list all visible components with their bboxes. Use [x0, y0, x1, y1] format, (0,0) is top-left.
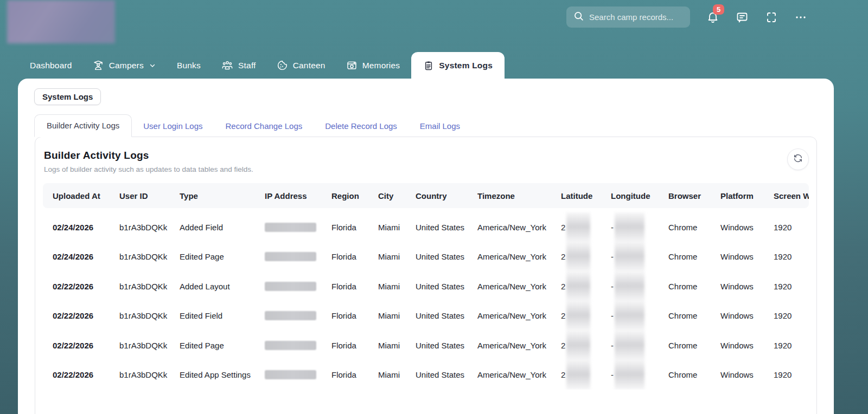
cell-platform: Windows	[711, 282, 764, 291]
table-row: 02/22/2026 b1rA3bDQKk Added Layout Flori…	[43, 271, 809, 301]
redacted-latitude	[566, 271, 590, 301]
people-group-icon	[221, 60, 233, 72]
redacted-longitude	[615, 271, 644, 301]
cell-region: Florida	[322, 370, 368, 379]
cell-platform: Windows	[711, 311, 764, 320]
cell-longitude: -	[601, 282, 659, 291]
cell-platform: Windows	[711, 341, 764, 350]
messages-icon[interactable]	[736, 11, 749, 24]
cell-latitude: 2	[551, 311, 601, 320]
redacted-longitude	[615, 212, 644, 242]
more-options-icon[interactable]	[794, 11, 807, 24]
tab-email-logs[interactable]: Email Logs	[409, 115, 471, 137]
cell-type: Edited Page	[170, 252, 255, 261]
cell-latitude: 2	[551, 223, 601, 232]
redacted-latitude	[566, 331, 590, 360]
nav-staff-label: Staff	[238, 61, 256, 70]
search-icon	[573, 10, 584, 24]
nav-system-logs[interactable]: System Logs	[411, 52, 505, 79]
col-longitude: Longitude	[601, 191, 659, 200]
redacted-longitude	[615, 242, 644, 271]
tab-builder-activity-logs[interactable]: Builder Activity Logs	[34, 114, 132, 137]
cell-region: Florida	[322, 282, 368, 291]
page-title-chip[interactable]: System Logs	[34, 88, 101, 105]
notifications-button[interactable]: 5	[706, 11, 719, 24]
nav-canteen-label: Canteen	[293, 61, 326, 70]
nav-campers[interactable]: Campers	[82, 52, 167, 79]
cell-type: Added Layout	[170, 282, 255, 291]
tab-record-change-logs[interactable]: Record Change Logs	[214, 115, 314, 137]
cell-type: Edited Field	[170, 311, 255, 320]
top-bar: 5	[0, 0, 868, 35]
redacted-ip	[265, 223, 316, 232]
cell-ip-address	[255, 223, 322, 232]
col-screen-width: Screen W	[764, 191, 809, 200]
tab-user-login-logs[interactable]: User Login Logs	[132, 115, 214, 137]
card-header: Builder Activity Logs Logs of builder ac…	[35, 137, 816, 183]
camper-student-icon	[93, 60, 104, 71]
fullscreen-icon[interactable]	[765, 11, 778, 24]
cell-region: Florida	[322, 341, 368, 350]
search-bar[interactable]	[566, 7, 690, 28]
redacted-latitude	[566, 360, 590, 390]
cell-region: Florida	[322, 223, 368, 232]
cell-longitude: -	[601, 223, 659, 232]
card-title: Builder Activity Logs	[44, 150, 802, 161]
nav-memories[interactable]: Memories	[336, 52, 411, 79]
cell-latitude: 2	[551, 282, 601, 291]
cell-latitude: 2	[551, 370, 601, 379]
cell-user-id: b1rA3bDQKk	[110, 223, 170, 232]
redacted-longitude	[615, 301, 644, 331]
cell-uploaded-at: 02/22/2026	[43, 341, 110, 350]
latitude-prefix: 2	[561, 223, 565, 232]
notification-badge: 5	[713, 4, 724, 15]
nav-campers-label: Campers	[109, 61, 144, 70]
longitude-prefix: -	[611, 370, 614, 379]
redacted-latitude	[566, 301, 590, 331]
cell-timezone: America/New_York	[468, 370, 551, 379]
longitude-prefix: -	[611, 252, 614, 261]
app-logo[interactable]	[7, 0, 115, 43]
cell-city: Miami	[368, 223, 406, 232]
main-nav: Dashboard Campers Bunks Staff Canteen Me…	[30, 52, 868, 79]
chevron-down-icon	[149, 62, 156, 69]
table-header-row: Uploaded At User ID Type IP Address Regi…	[43, 183, 809, 208]
longitude-prefix: -	[611, 223, 614, 232]
latitude-prefix: 2	[561, 282, 565, 291]
table-row: 02/24/2026 b1rA3bDQKk Added Field Florid…	[43, 212, 809, 242]
latitude-prefix: 2	[561, 311, 565, 320]
longitude-prefix: -	[611, 311, 614, 320]
cell-timezone: America/New_York	[468, 282, 551, 291]
cell-country: United States	[406, 252, 468, 261]
col-region: Region	[322, 191, 368, 200]
cell-type: Added Field	[170, 223, 255, 232]
cell-uploaded-at: 02/24/2026	[43, 223, 110, 232]
redacted-longitude	[615, 331, 644, 360]
cell-city: Miami	[368, 341, 406, 350]
nav-staff[interactable]: Staff	[211, 52, 266, 79]
cell-timezone: America/New_York	[468, 252, 551, 261]
col-platform: Platform	[711, 191, 764, 200]
nav-bunks[interactable]: Bunks	[167, 52, 211, 79]
cell-ip-address	[255, 341, 322, 350]
latitude-prefix: 2	[561, 370, 565, 379]
cell-ip-address	[255, 252, 322, 261]
cell-longitude: -	[601, 252, 659, 261]
cell-browser: Chrome	[659, 252, 711, 261]
refresh-button[interactable]	[787, 148, 809, 170]
nav-canteen[interactable]: Canteen	[266, 52, 336, 79]
cell-screen-width: 1920	[764, 341, 809, 350]
col-timezone: Timezone	[468, 191, 551, 200]
redacted-ip	[265, 282, 316, 291]
cell-uploaded-at: 02/22/2026	[43, 311, 110, 320]
nav-dashboard[interactable]: Dashboard	[30, 52, 82, 79]
col-uploaded-at: Uploaded At	[43, 191, 110, 200]
cell-user-id: b1rA3bDQKk	[110, 370, 170, 379]
latitude-prefix: 2	[561, 341, 565, 350]
tab-delete-record-logs[interactable]: Delete Record Logs	[314, 115, 409, 137]
cell-type: Edited App Settings	[170, 370, 255, 379]
search-input[interactable]	[589, 12, 684, 22]
cell-browser: Chrome	[659, 282, 711, 291]
cell-city: Miami	[368, 252, 406, 261]
cell-screen-width: 1920	[764, 311, 809, 320]
